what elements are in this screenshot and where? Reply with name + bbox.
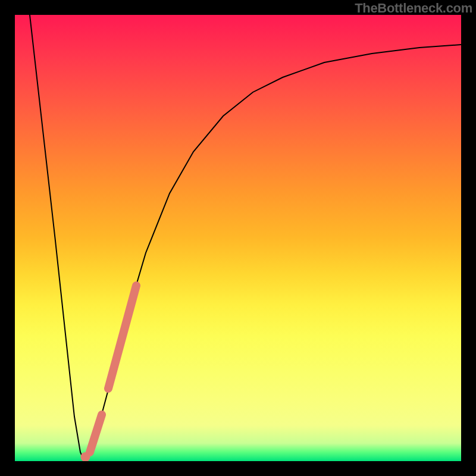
- chart-svg: [15, 15, 461, 461]
- watermark-text: TheBottleneck.com: [355, 1, 472, 16]
- chart-frame: TheBottleneck.com: [0, 0, 476, 476]
- highlight-blob-lower: [90, 415, 102, 452]
- plot-area: [15, 15, 461, 461]
- bottleneck-curve: [30, 15, 461, 459]
- highlight-segment-upper: [108, 286, 136, 389]
